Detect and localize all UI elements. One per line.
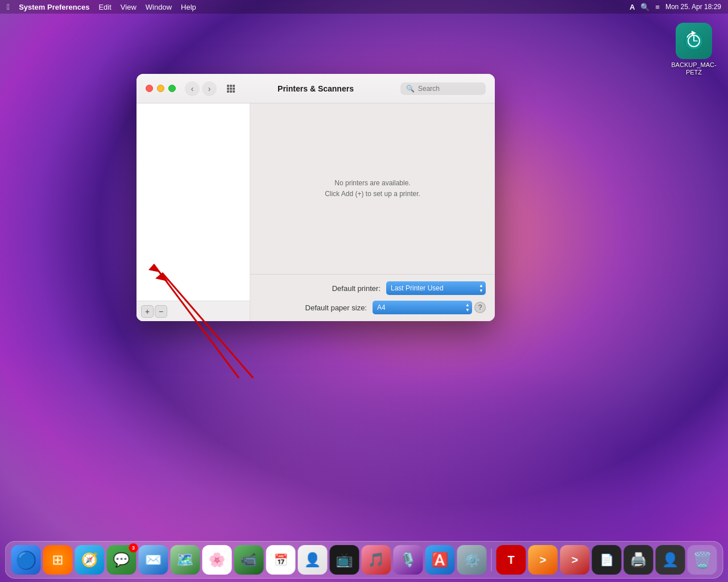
svg-rect-8 bbox=[227, 88, 229, 90]
help-button[interactable]: ? bbox=[474, 302, 486, 313]
dock-item-topnotch[interactable]: T bbox=[497, 545, 526, 575]
dock-item-mail[interactable]: ✉️ bbox=[139, 545, 168, 575]
appletv-icon: 📺 bbox=[336, 552, 353, 568]
printer-icon: 🖨️ bbox=[630, 552, 647, 568]
paper-select-arrows: ▲ ▼ bbox=[465, 303, 470, 313]
podcasts-icon: 🎙️ bbox=[400, 552, 417, 568]
no-printers-text: No printers are available. Click Add (+)… bbox=[325, 178, 420, 199]
svg-rect-9 bbox=[230, 88, 232, 90]
dock-item-trash[interactable]: 🗑️ bbox=[688, 545, 717, 575]
default-printer-value: Last Printer Used bbox=[391, 284, 444, 292]
arrow-up-icon: ▲ bbox=[479, 284, 483, 288]
svg-rect-10 bbox=[233, 88, 235, 90]
printer-list-buttons: + − bbox=[136, 301, 250, 321]
desktop:  System Preferences Edit View Window He… bbox=[0, 0, 728, 582]
dock-item-appstore[interactable]: 🅰️ bbox=[425, 545, 455, 575]
maximize-button[interactable] bbox=[168, 85, 176, 92]
calendar-icon: 📅 bbox=[274, 553, 288, 567]
mail-icon: ✉️ bbox=[145, 552, 162, 568]
printers-scanners-window: ‹ › Printers & Scanners 🔍 bbox=[136, 74, 495, 321]
dock-item-printer[interactable]: 🖨️ bbox=[624, 545, 653, 575]
dock-item-calendar[interactable]: 📅 bbox=[266, 545, 296, 575]
time-machine-icon bbox=[682, 30, 705, 52]
no-printers-line2: Click Add (+) to set up a printer. bbox=[325, 189, 420, 199]
minimize-button[interactable] bbox=[157, 85, 164, 92]
dock-item-git2[interactable]: > bbox=[560, 545, 590, 575]
dock-item-music[interactable]: 🎵 bbox=[362, 545, 391, 575]
svg-rect-6 bbox=[230, 85, 232, 87]
dock-item-git1[interactable]: > bbox=[528, 545, 558, 575]
menubar-search-icon[interactable]: 🔍 bbox=[640, 3, 650, 11]
dock-item-safari[interactable]: 🧭 bbox=[75, 545, 105, 575]
svg-rect-11 bbox=[227, 90, 229, 93]
search-icon: 🔍 bbox=[406, 85, 415, 93]
window-content: + − No printers are available. Click Add… bbox=[136, 103, 495, 321]
messages-badge: 3 bbox=[129, 543, 138, 552]
safari-icon: 🧭 bbox=[81, 552, 98, 568]
dock-item-dark1[interactable]: 📄 bbox=[592, 545, 622, 575]
finder-icon: 🔵 bbox=[15, 550, 36, 570]
launchpad-icon: ⊞ bbox=[52, 552, 64, 568]
music-icon: 🎵 bbox=[368, 552, 385, 568]
default-paper-select-wrapper[interactable]: A4 ▲ ▼ bbox=[373, 301, 472, 314]
sysprefs-icon: ⚙️ bbox=[464, 552, 481, 568]
photos-icon: 🌸 bbox=[209, 552, 226, 568]
arrow-down-icon: ▼ bbox=[479, 289, 483, 293]
default-paper-select[interactable]: A4 ▲ ▼ bbox=[373, 301, 472, 314]
no-printers-line1: No printers are available. bbox=[325, 178, 420, 189]
search-bar[interactable]: 🔍 bbox=[400, 82, 486, 95]
dock-item-contacts[interactable]: 👤 bbox=[298, 545, 328, 575]
dark1-icon: 📄 bbox=[599, 553, 614, 567]
forward-button[interactable]: › bbox=[202, 81, 217, 96]
remove-printer-button[interactable]: − bbox=[155, 305, 167, 318]
photo-app-icon: 👤 bbox=[662, 552, 679, 568]
default-printer-label: Default printer: bbox=[301, 284, 380, 293]
paper-arrow-down-icon: ▼ bbox=[465, 308, 470, 313]
apple-menu[interactable]:  bbox=[7, 2, 10, 11]
close-button[interactable] bbox=[146, 85, 153, 92]
settings-area: Default printer: Last Printer Used ▲ ▼ bbox=[250, 274, 495, 321]
dock-item-photos[interactable]: 🌸 bbox=[202, 545, 232, 575]
menubar-app-name[interactable]: System Preferences bbox=[19, 3, 89, 11]
svg-rect-13 bbox=[233, 90, 235, 93]
default-paper-value: A4 bbox=[377, 304, 386, 311]
menubar-right: A 🔍 ≡ Mon 25. Apr 18:29 bbox=[630, 3, 721, 11]
messages-icon: 💬 bbox=[113, 552, 130, 568]
default-paper-select-container: A4 ▲ ▼ ? bbox=[373, 301, 486, 314]
select-arrows: ▲ ▼ bbox=[479, 284, 483, 293]
dock-item-appletv[interactable]: 📺 bbox=[330, 545, 359, 575]
printer-list: + − bbox=[136, 103, 250, 321]
printer-detail: No printers are available. Click Add (+)… bbox=[250, 103, 495, 321]
menubar-window[interactable]: Window bbox=[146, 3, 172, 11]
grid-view-button[interactable] bbox=[224, 81, 238, 96]
svg-rect-7 bbox=[233, 85, 235, 87]
paper-arrow-up-icon: ▲ bbox=[465, 303, 470, 307]
dock-item-finder[interactable]: 🔵 bbox=[11, 545, 41, 575]
menubar-help[interactable]: Help bbox=[181, 3, 196, 11]
dock-item-podcasts[interactable]: 🎙️ bbox=[394, 545, 423, 575]
default-printer-select-wrapper[interactable]: Last Printer Used ▲ ▼ bbox=[386, 281, 486, 295]
back-button[interactable]: ‹ bbox=[185, 81, 200, 96]
dock-item-maps[interactable]: 🗺️ bbox=[171, 545, 200, 575]
default-paper-label: Default paper size: bbox=[287, 304, 367, 312]
dock-item-sysprefs[interactable]: ⚙️ bbox=[457, 545, 487, 575]
contacts-icon: 👤 bbox=[304, 552, 321, 568]
dock: 🔵 ⊞ 🧭 💬 3 ✉️ 🗺️ 🌸 📹 bbox=[5, 541, 723, 579]
svg-rect-5 bbox=[227, 85, 229, 87]
dock-item-photo-app[interactable]: 👤 bbox=[656, 545, 685, 575]
no-printers-area: No printers are available. Click Add (+)… bbox=[325, 103, 420, 274]
traffic-lights bbox=[146, 85, 176, 92]
menubar-view[interactable]: View bbox=[121, 3, 136, 11]
facetime-icon: 📹 bbox=[241, 552, 258, 568]
appstore-icon: 🅰️ bbox=[432, 552, 449, 568]
desktop-icon-label: BACKUP_MAC-PETZ bbox=[671, 61, 716, 76]
menubar-edit[interactable]: Edit bbox=[98, 3, 111, 11]
search-input[interactable] bbox=[418, 85, 480, 93]
dock-item-facetime[interactable]: 📹 bbox=[234, 545, 264, 575]
dock-item-launchpad[interactable]: ⊞ bbox=[43, 545, 73, 575]
menubar-control-center-icon[interactable]: ≡ bbox=[655, 3, 660, 11]
dock-item-messages[interactable]: 💬 3 bbox=[107, 545, 136, 575]
desktop-icon-backup[interactable]: BACKUP_MAC-PETZ bbox=[671, 23, 717, 76]
default-printer-select[interactable]: Last Printer Used ▲ ▼ bbox=[386, 281, 486, 295]
add-printer-button[interactable]: + bbox=[141, 305, 154, 318]
